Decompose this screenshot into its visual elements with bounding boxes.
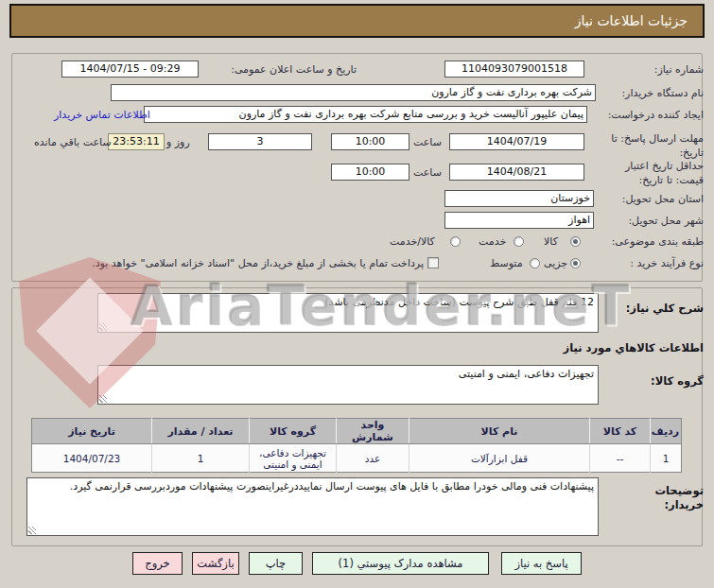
days-and-label: روز و bbox=[166, 136, 190, 148]
subject-classification-label: طبقه بندی موضوعی: bbox=[612, 235, 704, 248]
need-details-page: { "window": { "title": "جزئیات اطلاعات ن… bbox=[0, 0, 714, 588]
radio-service-label: خدمت bbox=[479, 235, 506, 248]
need-number-field[interactable]: 1104093079001518 bbox=[444, 61, 584, 78]
radio-goods[interactable] bbox=[570, 236, 581, 247]
treasury-checkbox[interactable] bbox=[427, 257, 439, 268]
page-title: جزئیات اطلاعات نیاز bbox=[9, 4, 705, 38]
goods-group-label: گروه کالا: bbox=[651, 374, 704, 388]
col-item-group: گروه کالا bbox=[250, 419, 337, 444]
announce-datetime-field[interactable]: 1404/07/15 - 09:29 bbox=[61, 61, 199, 78]
table-row[interactable]: 1 -- قفل ابزارآلات عدد تجهیزات دفاعی، ای… bbox=[32, 444, 682, 473]
delivery-province-label: استان محل تحویل: bbox=[622, 193, 704, 205]
countdown-timer: 23:53:11 bbox=[108, 133, 165, 150]
general-description-label: شرح کلي نیاز: bbox=[626, 302, 704, 315]
col-quantity: تعداد / مقدار bbox=[152, 419, 250, 444]
buyer-name-label: نام دستگاه خریدار: bbox=[621, 87, 704, 99]
exit-button[interactable]: خروج bbox=[132, 552, 183, 575]
col-need-date: تاریخ نیاز bbox=[32, 419, 152, 444]
request-creator-field[interactable]: پیمان علیپور آنالیست خرید و بررسی منابع … bbox=[144, 106, 587, 123]
goods-group-textarea[interactable]: تجهیزات دفاعی، ایمنی و امنیتی bbox=[97, 365, 599, 405]
cell-item-code: -- bbox=[590, 444, 651, 473]
items-table: ردیف کد کالا نام کالا واحد شمارش گروه کا… bbox=[31, 418, 682, 473]
price-validity-time-field[interactable]: 10:00 bbox=[331, 164, 409, 181]
action-button-row: پاسخ به نیاز مشاهده مدارک پیوستي (1) چاپ… bbox=[0, 552, 714, 575]
respond-to-need-button[interactable]: پاسخ به نیاز bbox=[501, 552, 582, 575]
announce-datetime-label: تاریخ و ساعت اعلان عمومی: bbox=[231, 63, 357, 76]
radio-goods-service-label: کالا/خدمت bbox=[390, 235, 435, 248]
cell-need-date: 1404/07/23 bbox=[32, 444, 152, 473]
col-row-number: ردیف bbox=[651, 419, 682, 444]
delivery-city-field[interactable]: اهواز bbox=[444, 212, 594, 229]
hours-remaining-label: ساعت باقي مانده bbox=[34, 136, 112, 148]
need-number-label: شماره نیاز: bbox=[654, 63, 704, 76]
items-section-title: اطلاعات کالاهاي مورد نیاز bbox=[564, 341, 704, 355]
delivery-province-field[interactable]: خوزستان bbox=[444, 190, 594, 207]
back-button[interactable]: بازگشت bbox=[192, 552, 239, 575]
col-item-name: نام کالا bbox=[409, 419, 590, 444]
response-deadline-date-field[interactable]: 1404/07/19 bbox=[449, 133, 584, 150]
response-deadline-time-field[interactable]: 10:00 bbox=[331, 133, 409, 150]
radio-goods-service[interactable] bbox=[450, 236, 461, 247]
items-table-header-row: ردیف کد کالا نام کالا واحد شمارش گروه کا… bbox=[32, 419, 682, 444]
cell-item-name: قفل ابزارآلات bbox=[409, 444, 590, 473]
treasury-checkbox-label: پرداخت تمام یا بخشی از مبلغ خرید،از محل … bbox=[26, 257, 424, 269]
page-title-text: جزئیات اطلاعات نیاز bbox=[575, 13, 688, 28]
cell-item-group: تجهیزات دفاعی، ایمنی و امنیتی bbox=[250, 444, 337, 473]
buyer-contact-link[interactable]: اطلاعات تماس خریدار bbox=[54, 109, 150, 121]
col-item-code: کد کالا bbox=[590, 419, 651, 444]
buyer-notes-textarea[interactable]: پیشنهادات فنی ومالی خودرا مطابق با فایل … bbox=[26, 477, 599, 536]
purchase-process-label: نوع فرآیند خرید : bbox=[630, 257, 704, 269]
validity-hour-label: ساعت bbox=[413, 166, 442, 179]
price-validity-date-field[interactable]: 1404/08/21 bbox=[449, 164, 584, 181]
radio-goods-label: کالا bbox=[544, 235, 558, 248]
radio-minor-label: جزیی bbox=[544, 257, 567, 269]
radio-medium[interactable] bbox=[530, 258, 540, 268]
response-deadline-label: مهلت ارسال پاسخ: تا تاریخ: bbox=[611, 131, 704, 160]
buyer-name-field[interactable]: شرکت بهره برداری نفت و گاز مارون bbox=[111, 84, 596, 101]
delivery-city-label: شهر محل تحویل: bbox=[628, 215, 704, 227]
request-creator-label: ایجاد کننده درخواست: bbox=[608, 109, 704, 121]
price-validity-label: حداقل تاریخ اعتبار قیمت: تا تاریخ: bbox=[625, 159, 704, 187]
buyer-notes-label: توضیحات خریدار: bbox=[655, 484, 705, 512]
remaining-days-field[interactable]: 3 bbox=[208, 133, 312, 150]
radio-minor[interactable] bbox=[570, 258, 581, 268]
general-description-textarea[interactable]: 12 قلم قفل طبق شرح پیوست (ساخت داخل مدنظ… bbox=[97, 293, 599, 333]
deadline-hour-label: ساعت bbox=[413, 136, 442, 148]
cell-quantity: 1 bbox=[152, 444, 250, 473]
radio-service[interactable] bbox=[514, 236, 524, 247]
print-button[interactable]: چاپ bbox=[249, 552, 303, 575]
radio-medium-label: متوسط bbox=[490, 257, 523, 269]
view-attached-docs-button[interactable]: مشاهده مدارک پیوستي (1) bbox=[312, 552, 489, 575]
cell-count-unit: عدد bbox=[337, 444, 409, 473]
col-count-unit: واحد شمارش bbox=[337, 419, 409, 444]
cell-row-number: 1 bbox=[651, 444, 682, 473]
